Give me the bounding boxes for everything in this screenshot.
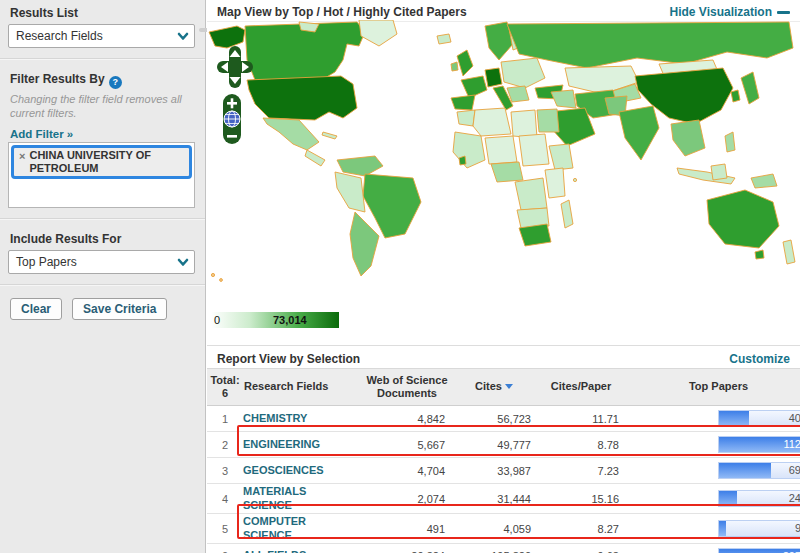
- map-legend: 0 73,014: [211, 312, 361, 330]
- column-header-research-fields[interactable]: Research Fields: [243, 369, 363, 406]
- collapse-minus-icon: [777, 11, 790, 14]
- map-region-nigeria: [491, 162, 523, 182]
- sidebar-divider: [0, 58, 205, 60]
- map-region-indochina: [671, 120, 705, 156]
- globe-icon: [224, 111, 240, 127]
- top-papers-bar: 297: [718, 548, 800, 553]
- table-row: 4 MATERIALS SCIENCE 2,074 31,444 15.16 2…: [207, 484, 800, 514]
- map-region-mexico: [263, 118, 319, 150]
- visualization-panel: Map View by Top / Hot / Highly Cited Pap…: [207, 0, 800, 553]
- section-divider: [207, 345, 800, 346]
- map-region-central-america: [305, 150, 325, 166]
- legend-max-value: 73,014: [273, 314, 307, 326]
- map-region-drc: [515, 178, 547, 210]
- save-criteria-button[interactable]: Save Criteria: [72, 298, 167, 320]
- hide-visualization-link[interactable]: Hide Visualization: [670, 5, 790, 19]
- report-view-title: Report View by Selection: [217, 352, 360, 366]
- map-pan-control[interactable]: [217, 46, 253, 94]
- column-header-cites-per-paper[interactable]: Cites/Paper: [537, 369, 625, 406]
- map-region-morocco: [457, 110, 475, 126]
- map-region-egypt: [537, 109, 559, 132]
- remove-filter-icon[interactable]: ×: [19, 150, 25, 162]
- map-region-new-zealand: [783, 240, 795, 264]
- map-region-korea: [731, 90, 740, 102]
- sidebar-divider: [0, 218, 205, 220]
- column-header-top-papers[interactable]: Top Papers: [625, 369, 800, 406]
- map-region-peru: [335, 172, 365, 212]
- field-link[interactable]: CHEMISTRY: [243, 412, 307, 425]
- map-region-colombia-venezuela: [337, 156, 383, 176]
- world-map[interactable]: 0 73,014: [207, 20, 800, 304]
- table-row: 0 ALL FIELDS 20,324 195,820 9.63 297: [207, 544, 800, 553]
- results-list-dropdown[interactable]: Research Fields: [8, 24, 195, 48]
- include-results-heading: Include Results For: [10, 232, 195, 246]
- map-region-alaska: [209, 26, 245, 48]
- zoom-out-icon: [227, 135, 237, 138]
- map-region-usa: [247, 76, 357, 120]
- table-row: 2 ENGINEERING 5,667 49,777 8.78 112: [207, 432, 800, 458]
- filter-note: Changing the filter field removes all cu…: [10, 93, 195, 121]
- sidebar-divider: [0, 284, 205, 286]
- map-region-eastern-europe: [501, 58, 545, 88]
- map-region-senegal: [459, 156, 466, 165]
- add-filter-link[interactable]: Add Filter »: [10, 128, 195, 140]
- field-link[interactable]: COMPUTER SCIENCE: [243, 515, 329, 541]
- map-region-horn-of-africa: [549, 144, 573, 170]
- map-region-island: [220, 279, 223, 282]
- map-region-ireland: [451, 62, 458, 71]
- map-region-madagascar: [561, 200, 573, 228]
- map-region-sahel: [485, 136, 517, 164]
- include-results-selected: Top Papers: [16, 255, 77, 269]
- map-region-west-africa: [453, 132, 485, 168]
- table-row: 3 GEOSCIENCES 4,704 33,987 7.23 69: [207, 458, 800, 484]
- top-papers-bar: 40: [718, 410, 800, 427]
- chevron-down-icon: [176, 255, 190, 272]
- column-header-cites[interactable]: Cites: [451, 369, 537, 406]
- include-results-dropdown[interactable]: Top Papers: [8, 250, 195, 274]
- map-region-argentina: [350, 212, 379, 276]
- map-zoom-control[interactable]: [222, 94, 242, 148]
- active-filters-listbox[interactable]: × CHINA UNIVERSITY OF PETROLEUM: [8, 142, 195, 208]
- map-region-sudan-chad: [519, 134, 549, 166]
- map-view-title: Map View by Top / Hot / Highly Cited Pap…: [217, 5, 467, 19]
- field-link[interactable]: ALL FIELDS: [243, 549, 306, 553]
- filter-results-heading: Filter Results By?: [10, 72, 195, 89]
- table-row: 5 COMPUTER SCIENCE 491 4,059 8.27 9: [207, 514, 800, 544]
- filters-sidebar: Results List Research Fields Filter Resu…: [0, 0, 206, 553]
- map-region-iceland: [437, 34, 451, 44]
- sort-desc-icon: [505, 384, 513, 389]
- map-region-arctic-islands: [299, 22, 319, 32]
- map-region-cuba: [322, 132, 337, 139]
- results-list-selected: Research Fields: [16, 29, 103, 43]
- map-region-australia: [707, 190, 779, 248]
- map-region-philippines: [725, 132, 735, 152]
- map-region-borneo: [711, 164, 727, 180]
- legend-min-value: 0: [214, 314, 220, 326]
- map-region-south-africa: [519, 224, 551, 246]
- column-header-wos-documents[interactable]: Web of ScienceDocuments: [363, 369, 451, 406]
- map-region-east-africa: [545, 168, 565, 198]
- map-region-japan: [741, 72, 759, 104]
- map-region-spain: [451, 95, 475, 110]
- help-icon[interactable]: ?: [109, 76, 122, 89]
- customize-link[interactable]: Customize: [729, 352, 790, 366]
- map-region-island: [573, 178, 576, 181]
- map-region-new-guinea: [751, 174, 777, 188]
- map-region-algeria: [473, 108, 511, 136]
- map-region-iraq-syria: [551, 90, 576, 108]
- clear-button[interactable]: Clear: [10, 298, 62, 320]
- total-header: Total:6: [207, 369, 243, 406]
- top-papers-bar: 9: [718, 520, 800, 537]
- map-region-russia: [507, 22, 793, 68]
- map-region-greenland: [359, 20, 397, 46]
- active-filter-chip[interactable]: × CHINA UNIVERSITY OF PETROLEUM: [11, 145, 192, 179]
- active-filter-label: CHINA UNIVERSITY OF PETROLEUM: [29, 149, 186, 175]
- map-region-germany: [485, 68, 502, 87]
- top-papers-bar: 69: [718, 462, 800, 479]
- report-table: Total:6 Research Fields Web of ScienceDo…: [207, 368, 800, 553]
- field-link[interactable]: ENGINEERING: [243, 438, 320, 451]
- map-region-uk: [457, 50, 473, 76]
- field-link[interactable]: GEOSCIENCES: [243, 464, 324, 477]
- field-link[interactable]: MATERIALS SCIENCE: [243, 485, 329, 511]
- chevron-down-icon: [176, 29, 190, 46]
